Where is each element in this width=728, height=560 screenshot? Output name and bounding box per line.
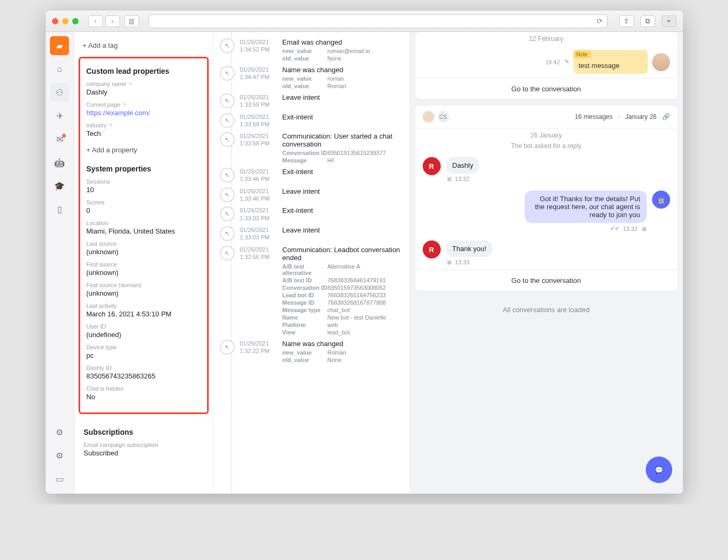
system-prop-label: User ID <box>87 323 201 330</box>
timeline-kv-key: A/B test ID <box>282 277 328 283</box>
cursor-icon: ↖ <box>220 168 235 183</box>
system-prop-label: Sessions <box>87 178 201 185</box>
agent-badge: CS <box>438 111 449 123</box>
timeline-kv-value: Alternative A <box>328 263 361 276</box>
timeline-item: ↖01/26/20211:33:03 PMLeave intent <box>213 224 404 244</box>
timeline-event-title: Exit-intent <box>282 168 401 176</box>
timeline-date: 01/26/20211:34:47 PM <box>240 66 277 89</box>
add-tag-button[interactable]: + Add a tag <box>74 37 213 54</box>
timeline-item: ↖01/26/20211:33:03 PMExit-intent <box>213 204 404 224</box>
system-prop-value: No <box>87 393 201 401</box>
system-prop-label: Device type <box>87 344 201 350</box>
new-tab-button[interactable]: + <box>662 15 676 27</box>
message-time: 13:32 <box>623 226 638 232</box>
forward-button[interactable]: › <box>105 15 120 27</box>
timeline-event-title: Leave intent <box>282 187 401 195</box>
conversation-date: 26 January <box>415 128 678 142</box>
send-icon[interactable]: ✈ <box>50 106 69 125</box>
timeline-event-title: Exit-intent <box>282 206 401 214</box>
add-property-button[interactable]: + Add a property <box>87 143 201 157</box>
url-bar[interactable]: ⟳ <box>149 14 607 28</box>
timeline-date: 01/26/20211:33:46 PM <box>240 187 277 203</box>
sidebar-toggle-button[interactable]: ▥ <box>124 15 139 27</box>
timeline-item: ↖01/26/20211:32:56 PMCommunication: Lead… <box>213 244 404 338</box>
timeline-kv-value: roman <box>328 75 344 82</box>
bot-avatar: 🤖 <box>652 191 670 209</box>
timeline-kv-key: Conversation ID <box>282 285 328 291</box>
account-icon[interactable]: ▭ <box>50 469 69 488</box>
learn-icon[interactable]: 🎓 <box>50 176 69 195</box>
timeline-kv-key: old_value <box>282 83 328 89</box>
timeline-kv-value: None <box>328 357 341 363</box>
timeline-item: ↖01/26/20211:34:52 PMEmail was changedne… <box>213 36 404 64</box>
timeline-kv-key: new_value <box>282 48 328 54</box>
system-prop-value: (undefined) <box>87 331 201 339</box>
cursor-icon: ↖ <box>220 246 235 261</box>
all-loaded-text: All conversations are loaded <box>415 297 678 322</box>
timeline-item: ↖01/26/20211:33:46 PMLeave intent <box>213 185 404 205</box>
edit-icon[interactable]: ✎ <box>123 102 127 107</box>
timeline-kv-value: Hi! <box>328 157 335 163</box>
timeline-kv-value: lead_bot <box>328 329 350 335</box>
system-prop-value: (unknown) <box>87 269 201 277</box>
timeline-event-title: Name was changed <box>282 340 401 348</box>
system-prop-value: pc <box>87 351 201 359</box>
system-prop-label: First source (domain) <box>87 282 201 288</box>
chat-fab-button[interactable]: 💬 <box>646 456 672 483</box>
message-count: 16 messages <box>575 113 612 120</box>
close-window-button[interactable] <box>52 18 58 24</box>
bot-message-bubble: Got it! Thanks for the details! Put the … <box>525 191 647 223</box>
current-page-link[interactable]: https://example.com/ <box>87 109 201 117</box>
link-icon[interactable]: 🔗 <box>662 113 670 120</box>
brand-logo-icon[interactable]: ▰ <box>50 36 69 55</box>
timeline-date: 01/26/20211:33:46 PM <box>240 168 277 183</box>
edit-icon[interactable]: ✎ <box>109 123 113 128</box>
settings-icon[interactable]: ⚙ <box>50 446 69 465</box>
timeline-kv-key: new_value <box>282 75 328 82</box>
home-icon[interactable]: ⌂ <box>50 59 69 79</box>
extensions-icon[interactable]: ⚙ <box>50 423 69 442</box>
bot-icon[interactable]: 🤖 <box>50 153 69 172</box>
timeline-kv-value: New bot - test Danielle <box>328 314 387 321</box>
timeline-kv-key: A/B test alternative <box>282 263 328 276</box>
back-button[interactable]: ‹ <box>88 15 103 27</box>
tabs-icon[interactable]: ⧉ <box>640 15 655 27</box>
subscriptions-title: Subscriptions <box>84 428 203 436</box>
reports-icon[interactable]: ▯ <box>50 200 69 219</box>
timeline-kv-key: Message <box>282 157 328 163</box>
cursor-icon: ↖ <box>220 340 235 355</box>
user-avatar: R <box>423 240 441 259</box>
go-to-conversation-link[interactable]: Go to the conversation <box>415 270 678 291</box>
minimize-window-button[interactable] <box>62 18 68 24</box>
maximize-window-button[interactable] <box>72 18 79 24</box>
cursor-icon: ↖ <box>220 66 235 81</box>
timeline-item: ↖01/26/20211:33:46 PMExit-intent <box>213 166 404 185</box>
cursor-icon: ↖ <box>220 38 235 53</box>
system-prop-label: Location <box>87 220 201 226</box>
share-icon[interactable]: ⇪ <box>619 15 634 27</box>
timeline-kv-value: None <box>328 55 341 62</box>
timeline-kv-value: 768383265164756233 <box>328 292 386 298</box>
timeline-date: 01/26/20211:32:56 PM <box>240 246 277 335</box>
timeline-item: ↖01/26/20211:33:59 PMLeave intent <box>213 91 404 111</box>
message-time: 13:32 <box>455 176 470 182</box>
timeline-date: 01/26/20211:32:22 PM <box>240 340 277 363</box>
desktop-icon: 🖥 <box>446 176 452 182</box>
reload-icon[interactable]: ⟳ <box>597 17 603 25</box>
timeline-kv-value: Roman <box>328 83 346 89</box>
timeline-date: 01/26/20211:33:03 PM <box>240 206 277 222</box>
leads-icon[interactable]: ⚇ <box>50 83 69 102</box>
system-prop-label: Scores <box>87 199 201 205</box>
edit-icon[interactable]: ✎ <box>129 81 133 87</box>
system-prop-value: (unknown) <box>87 248 201 256</box>
message-bubble: Thank you! <box>446 240 493 257</box>
properties-panel: + Add a tag Custom lead properties compa… <box>74 32 213 494</box>
conversation-date: 12 February <box>415 32 678 46</box>
message-time: 13:33 <box>455 259 470 265</box>
timeline-date: 01/26/20211:34:52 PM <box>240 38 277 62</box>
company-name-value: Dashly <box>87 88 201 96</box>
system-prop-value: 0 <box>87 206 201 214</box>
go-to-conversation-link[interactable]: Go to the conversation <box>415 78 678 99</box>
note-bubble: Note test message <box>573 50 648 74</box>
inbox-icon[interactable]: ✉ <box>50 130 69 149</box>
